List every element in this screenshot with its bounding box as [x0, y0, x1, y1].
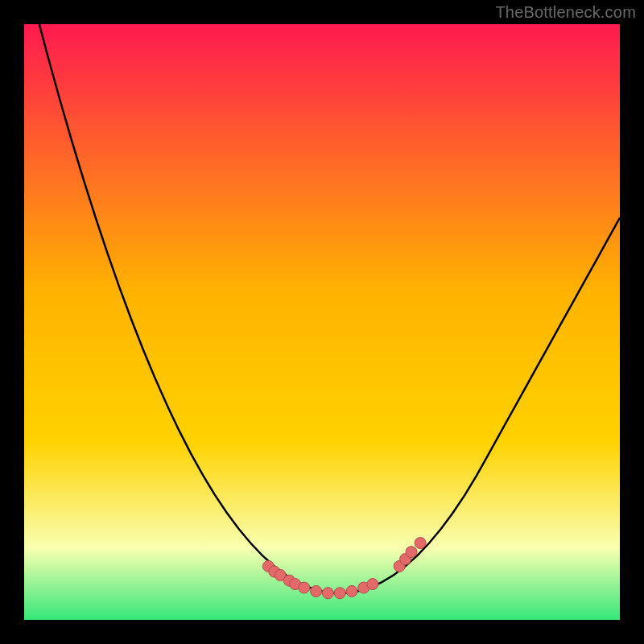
data-dot — [311, 585, 322, 597]
data-dot — [367, 579, 378, 590]
data-dot — [299, 582, 310, 593]
data-dot — [322, 588, 333, 599]
data-dot — [406, 547, 417, 558]
gradient-background — [24, 24, 620, 620]
watermark-text: TheBottleneck.com — [495, 3, 636, 22]
outer-frame: TheBottleneck.com — [0, 0, 644, 644]
chart-svg — [24, 24, 620, 620]
data-dot — [346, 585, 357, 597]
data-dot — [415, 538, 426, 549]
plot-area — [24, 24, 620, 620]
data-dot — [334, 588, 345, 599]
